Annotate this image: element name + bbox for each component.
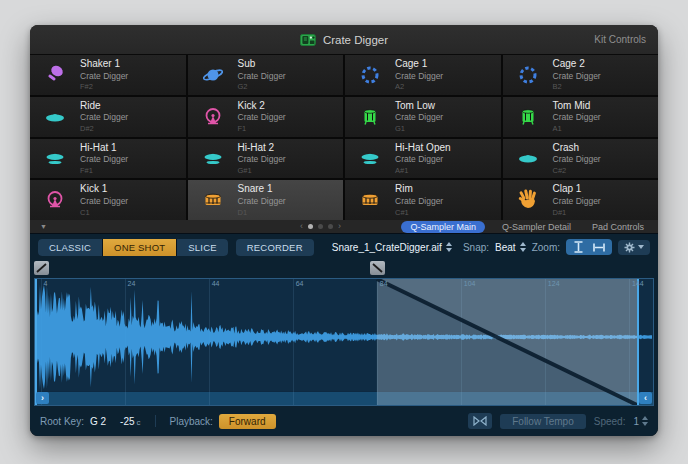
- pad-icon-wrap: [188, 188, 238, 212]
- snare-drum-icon: [201, 188, 225, 212]
- page-dots[interactable]: ‹ ›: [300, 222, 341, 231]
- pad-library: Crate Digger: [395, 112, 443, 123]
- sampler-footer: Root Key: G 2 -25 c Playback: Forward Fo…: [30, 406, 658, 436]
- pad-text: Hi-Hat 2Crate DiggerG#1: [238, 142, 286, 176]
- disclosure-triangle-icon[interactable]: ▼: [40, 223, 47, 230]
- pad-icon-wrap: [188, 146, 238, 170]
- ruler-label: 104: [464, 280, 476, 287]
- sample-start-marker[interactable]: [35, 279, 37, 405]
- zoom-label: Zoom:: [532, 242, 560, 253]
- start-marker-handle[interactable]: ›: [36, 392, 49, 404]
- pad-hi-hat-1[interactable]: Hi-Hat 1Crate DiggerF#1: [30, 139, 186, 179]
- fade-in-handle[interactable]: [34, 261, 49, 275]
- page-dot-3[interactable]: [328, 224, 333, 229]
- vertical-zoom-icon[interactable]: [573, 241, 584, 253]
- pad-name: Crash: [553, 142, 601, 155]
- file-stepper-icon[interactable]: [446, 242, 452, 252]
- snap-label: Snap:: [463, 242, 489, 253]
- pad-hi-hat-2[interactable]: Hi-Hat 2Crate DiggerG#1: [188, 139, 344, 179]
- pad-name: Tom Low: [395, 100, 443, 113]
- cymbal-icon: [516, 146, 540, 170]
- kit-controls-button[interactable]: Kit Controls: [594, 34, 646, 45]
- playback-mode-button[interactable]: Forward: [219, 414, 276, 429]
- pad-kick-2[interactable]: Kick 2Crate DiggerF1: [188, 97, 344, 137]
- pad-sub[interactable]: SubCrate DiggerG2: [188, 55, 344, 95]
- flex-button[interactable]: [468, 413, 492, 429]
- snap-stepper-icon[interactable]: [520, 242, 526, 252]
- kick-drum-icon: [201, 105, 225, 129]
- tab-q-sampler-main[interactable]: Q-Sampler Main: [401, 221, 485, 233]
- end-marker-handle[interactable]: ‹: [639, 392, 652, 404]
- mode-classic-button[interactable]: CLASSIC: [38, 239, 102, 256]
- sample-file-selector[interactable]: Snare_1_CrateDigger.aif: [332, 242, 452, 253]
- pad-library: Crate Digger: [395, 196, 443, 207]
- page-dot-2[interactable]: [318, 224, 323, 229]
- waveform-display[interactable]: › ‹ 424446484104124144: [34, 278, 654, 406]
- horizontal-zoom-icon[interactable]: [593, 242, 605, 253]
- speed-stepper-icon[interactable]: [642, 416, 648, 426]
- pad-crash[interactable]: CrashCrate DiggerC#2: [503, 139, 659, 179]
- root-key-value[interactable]: G 2: [90, 416, 106, 427]
- follow-tempo-button[interactable]: Follow Tempo: [500, 414, 586, 429]
- pad-cage-2[interactable]: Cage 2Crate DiggerB2: [503, 55, 659, 95]
- pad-text: SubCrate DiggerG2: [238, 58, 286, 92]
- pad-snare-1[interactable]: Snare 1Crate DiggerD1: [188, 180, 344, 220]
- pad-icon-wrap: [503, 63, 553, 87]
- pad-library: Crate Digger: [553, 112, 601, 123]
- action-menu-button[interactable]: [618, 240, 650, 255]
- pad-name: Kick 2: [238, 100, 286, 113]
- pad-icon-wrap: [345, 146, 395, 170]
- pad-text: CrashCrate DiggerC#2: [553, 142, 601, 176]
- pad-note: F1: [238, 124, 286, 133]
- page-dot-1[interactable]: [308, 224, 313, 229]
- pad-icon-wrap: [30, 146, 80, 170]
- hihat-icon: [358, 146, 382, 170]
- playback-label: Playback:: [170, 416, 213, 427]
- pad-rim[interactable]: RimCrate DiggerC#1: [345, 180, 501, 220]
- pad-note: F#2: [80, 82, 128, 91]
- page-next-icon[interactable]: ›: [338, 222, 341, 231]
- pad-name: Cage 1: [395, 58, 443, 71]
- pad-shaker-1[interactable]: Shaker 1Crate DiggerF#2: [30, 55, 186, 95]
- tab-q-sampler-detail[interactable]: Q-Sampler Detail: [498, 221, 575, 233]
- pad-library: Crate Digger: [553, 71, 601, 82]
- shaker-icon: [43, 63, 67, 87]
- gear-dropdown-icon: [638, 245, 644, 249]
- tab-pad-controls[interactable]: Pad Controls: [588, 221, 648, 233]
- speed-select[interactable]: 1: [633, 416, 648, 427]
- ruler-label: 24: [128, 280, 136, 287]
- pad-text: Tom LowCrate DiggerG1: [395, 100, 443, 134]
- pad-tom-mid[interactable]: Tom MidCrate DiggerA1: [503, 97, 659, 137]
- pad-name: Tom Mid: [553, 100, 601, 113]
- pad-icon-wrap: [188, 63, 238, 87]
- drum-machine-designer-window: Crate Digger Kit Controls Shaker 1Crate …: [30, 25, 658, 436]
- pad-note: C#2: [553, 166, 601, 175]
- sample-end-marker[interactable]: [637, 279, 639, 405]
- tom-drum-icon: [516, 105, 540, 129]
- plugin-header: Crate Digger Kit Controls: [30, 25, 658, 55]
- pad-text: Cage 1Crate DiggerA2: [395, 58, 443, 92]
- pad-name: Hi-Hat Open: [395, 142, 451, 155]
- pad-ride[interactable]: RideCrate DiggerD#2: [30, 97, 186, 137]
- fine-tune-value[interactable]: -25 c: [120, 416, 140, 427]
- q-sampler-panel: CLASSICONE SHOTSLICE RECORDER Snare_1_Cr…: [30, 234, 658, 436]
- patch-selector[interactable]: Crate Digger: [300, 34, 388, 46]
- pad-tom-low[interactable]: Tom LowCrate DiggerG1: [345, 97, 501, 137]
- page-prev-icon[interactable]: ‹: [300, 222, 303, 231]
- pad-hi-hat-open[interactable]: Hi-Hat OpenCrate DiggerA#1: [345, 139, 501, 179]
- fade-out-handle[interactable]: [370, 261, 385, 275]
- recorder-button[interactable]: RECORDER: [236, 239, 314, 256]
- pad-cage-1[interactable]: Cage 1Crate DiggerA2: [345, 55, 501, 95]
- mode-one-shot-button[interactable]: ONE SHOT: [103, 239, 176, 256]
- pad-text: Shaker 1Crate DiggerF#2: [80, 58, 128, 92]
- patch-title: Crate Digger: [323, 34, 388, 46]
- pad-kick-1[interactable]: Kick 1Crate DiggerC1: [30, 180, 186, 220]
- pad-library: Crate Digger: [553, 154, 601, 165]
- pad-library: Crate Digger: [553, 196, 601, 207]
- pad-clap-1[interactable]: Clap 1Crate DiggerD#1: [503, 180, 659, 220]
- pad-icon-wrap: [503, 146, 553, 170]
- root-key-label: Root Key:: [40, 416, 84, 427]
- snare-drum-icon: [358, 188, 382, 212]
- snap-select[interactable]: Beat: [495, 242, 526, 253]
- mode-slice-button[interactable]: SLICE: [177, 239, 227, 256]
